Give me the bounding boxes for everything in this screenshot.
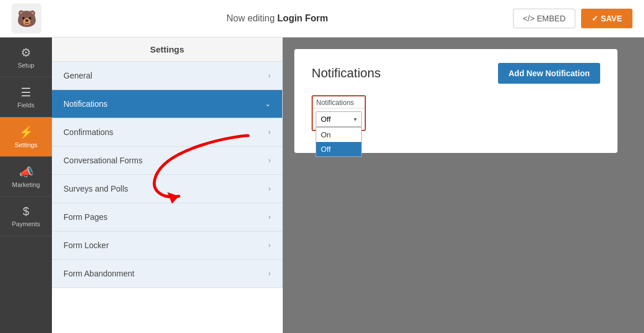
sidebar-item-payments[interactable]: $ Payments: [0, 197, 52, 236]
chevron-right-icon-6: ›: [268, 241, 271, 249]
chevron-right-icon-2: ›: [268, 128, 271, 136]
chevron-right-icon-7: ›: [268, 270, 271, 278]
sidebar-item-fields[interactable]: ☰ Fields: [0, 77, 52, 117]
notifications-dropdown[interactable]: Off ▾: [316, 111, 362, 127]
sidebar-item-setup[interactable]: ⚙ Setup: [0, 38, 52, 77]
nav-item-form-abandonment[interactable]: Form Abandonment ›: [52, 260, 282, 288]
nav-item-label-form-locker: Form Locker: [63, 241, 109, 250]
sidebar-item-label-settings: Settings: [14, 141, 38, 148]
chevron-right-icon-4: ›: [268, 185, 271, 193]
dropdown-options-list: On Off: [316, 127, 362, 157]
save-button[interactable]: ✓ SAVE: [581, 9, 632, 28]
main-layout: ⚙ Setup ☰ Fields ⚡ Settings 📣 Marketing …: [0, 38, 644, 333]
settings-icon: ⚡: [19, 125, 33, 139]
dropdown-option-off[interactable]: Off: [316, 142, 361, 156]
notifications-panel: Notifications Add New Notification Notif…: [294, 49, 617, 153]
fields-icon: ☰: [21, 85, 31, 99]
form-name: Login Form: [278, 13, 328, 23]
nav-item-general[interactable]: General ›: [52, 62, 282, 90]
nav-item-notifications[interactable]: Notifications ⌄: [52, 90, 282, 118]
nav-item-form-pages[interactable]: Form Pages ›: [52, 203, 282, 231]
logo-bear: 🐻: [12, 3, 42, 33]
embed-button[interactable]: </> EMBED: [513, 9, 575, 28]
sidebar-item-settings[interactable]: ⚡ Settings: [0, 117, 52, 157]
setup-icon: ⚙: [21, 46, 31, 59]
logo-area: 🐻: [12, 3, 42, 33]
dropdown-label: Notifications: [313, 96, 365, 108]
notifications-panel-title: Notifications: [312, 66, 381, 81]
settings-header: Settings: [52, 38, 282, 62]
nav-item-label-conversational: Conversational Forms: [63, 156, 143, 165]
notifications-panel-header: Notifications Add New Notification: [312, 63, 600, 84]
sidebar-item-label-fields: Fields: [17, 102, 34, 108]
nav-item-label-form-pages: Form Pages: [63, 212, 107, 222]
top-actions: </> EMBED ✓ SAVE: [513, 9, 632, 28]
dropdown-option-on[interactable]: On: [316, 128, 361, 142]
add-notification-button[interactable]: Add New Notification: [498, 63, 600, 84]
chevron-down-icon: ⌄: [265, 100, 271, 108]
nav-item-label-confirmations: Confirmations: [63, 128, 113, 137]
nav-item-surveys[interactable]: Surveys and Polls ›: [52, 175, 282, 203]
notifications-dropdown-widget: Notifications Off ▾ On Off: [312, 95, 366, 131]
sidebar-item-marketing[interactable]: 📣 Marketing: [0, 157, 52, 197]
nav-item-conversational[interactable]: Conversational Forms ›: [52, 147, 282, 175]
sidebar-item-label-payments: Payments: [12, 220, 40, 227]
payments-icon: $: [23, 205, 29, 218]
dropdown-arrow-icon: ▾: [354, 116, 357, 122]
nav-item-form-locker[interactable]: Form Locker ›: [52, 231, 282, 260]
nav-item-confirmations[interactable]: Confirmations ›: [52, 118, 282, 147]
nav-item-label-surveys: Surveys and Polls: [63, 184, 128, 193]
marketing-icon: 📣: [19, 165, 33, 179]
editing-title: Now editing Login Form: [42, 13, 513, 24]
main-content: Notifications Add New Notification Notif…: [283, 38, 644, 333]
top-bar: 🐻 Now editing Login Form </> EMBED ✓ SAV…: [0, 0, 644, 38]
chevron-right-icon-5: ›: [268, 213, 271, 221]
sidebar-item-label-marketing: Marketing: [12, 181, 40, 188]
nav-item-label-general: General: [63, 71, 92, 80]
chevron-right-icon-3: ›: [268, 156, 271, 164]
icon-nav: ⚙ Setup ☰ Fields ⚡ Settings 📣 Marketing …: [0, 38, 52, 333]
sidebar-item-label-setup: Setup: [18, 62, 35, 69]
settings-nav: Settings General › Notifications ⌄ Confi…: [52, 38, 283, 288]
dropdown-current-value: Off: [321, 115, 331, 124]
chevron-right-icon: ›: [268, 72, 271, 80]
nav-item-label-notifications: Notifications: [63, 99, 107, 108]
nav-item-label-form-abandonment: Form Abandonment: [63, 269, 134, 278]
settings-nav-wrapper: Settings General › Notifications ⌄ Confi…: [52, 38, 283, 333]
editing-prefix: Now editing: [227, 13, 278, 23]
